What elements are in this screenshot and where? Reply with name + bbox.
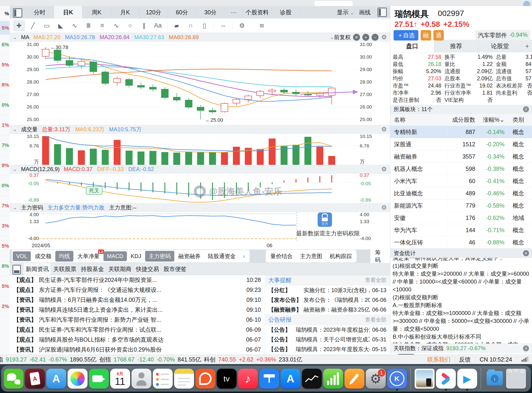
dock-app-stocks[interactable] <box>302 367 322 391</box>
dock-app-app-store-alt[interactable]: A <box>46 367 66 391</box>
board-row-融资融券[interactable]: 融资融券3557-0.34%概念 <box>390 150 532 163</box>
board-row-机器人概念[interactable]: 机器人概念598-0.38%概念 <box>390 163 532 175</box>
dock-app-media-app[interactable] <box>436 367 456 391</box>
tab-60分[interactable]: 60分 <box>168 6 196 19</box>
indicator-button-成交额[interactable]: 成交额 <box>31 251 55 261</box>
indicator-button-主力密码[interactable]: 主力密码 <box>145 251 174 261</box>
news-item[interactable]: 【资讯】沪深股通|瑞鹄模具6月6日获外资卖出0.29%股份06-07 <box>10 345 265 354</box>
close-icon[interactable]: ✕ <box>523 250 529 256</box>
indicator-button-VOL[interactable]: VOL <box>13 251 31 261</box>
news-tab-关联股票[interactable]: 关联股票 <box>51 263 79 275</box>
events-view-all[interactable]: 查看全部 <box>365 277 386 284</box>
news-item[interactable]: 【观点】瑞鹄模具股价与BOLL指标：多空市场的直观表达06-07 <box>10 335 265 345</box>
dock-app-reminders[interactable] <box>153 367 173 391</box>
news-item[interactable]: 【资讯】瑞鹄模具连续5日遭北上资金净卖出，累计卖出...09:10 <box>10 305 265 315</box>
dock-app-apple-tv[interactable]: tv <box>217 367 236 391</box>
dock-app-kline-app[interactable]: K <box>387 367 407 391</box>
panel-tab-论股堂[interactable]: 论股堂 <box>478 40 522 52</box>
board-row-一体化压铸[interactable]: 一体化压铸46-0.88%概念 <box>390 236 532 249</box>
fuquan-selector[interactable]: 前复权 <box>334 34 351 41</box>
dock-app-tencent-video[interactable]: ▶ <box>457 367 477 391</box>
dock-app-facetime[interactable] <box>89 367 109 391</box>
dock-app-pages[interactable] <box>344 367 365 391</box>
tool-button-量价结合[interactable]: 量价结合 <box>267 251 296 261</box>
text-tool-icon[interactable]: Aa <box>152 20 164 31</box>
expand-tool-icon[interactable]: ⇔ <box>217 20 229 31</box>
dock-app-weibo[interactable] <box>195 367 215 391</box>
news-tab-关联期商[interactable]: 关联期商 <box>106 263 134 275</box>
collapse-panel-icon[interactable] <box>13 265 21 275</box>
info-icon[interactable]: i <box>523 345 529 351</box>
news-tab-快捷交易[interactable]: 快捷交易 <box>134 263 161 275</box>
board-row-新能源汽车[interactable]: 新能源汽车779-0.58%概念 <box>390 200 532 212</box>
report-item[interactable]: 【公告】瑞鹄模具：2023年年度权益分派实施公告06-06 <box>265 325 390 335</box>
indicator-button-大单净量[interactable]: 大单净量L2 <box>74 251 103 261</box>
tool-button-主力意图[interactable]: 主力意图 <box>296 251 326 261</box>
add-watchlist-button[interactable]: ＋自选 <box>394 30 418 40</box>
col-pct[interactable]: 涨幅%⌄ <box>479 116 507 124</box>
info-icon[interactable]: i <box>523 106 529 112</box>
indicator-button-›[interactable]: › <box>240 251 248 261</box>
wave-tool-icon[interactable]: ∿ <box>110 20 122 31</box>
tab-周K[interactable]: 周K <box>82 6 111 19</box>
indicator-button-MACD[interactable]: MACD <box>103 251 127 261</box>
compare-icon[interactable]: ≡ <box>353 34 360 41</box>
dock-app-music[interactable]: ♪ <box>238 367 258 391</box>
zhuli-lock-icon[interactable]: 主力 <box>318 212 332 227</box>
industry-chip[interactable]: 汽车零部件-0.94% <box>475 30 530 40</box>
dock-app-trash[interactable] <box>506 367 526 391</box>
board-row-安徽[interactable]: 安徽176-0.62%地域 <box>390 212 532 224</box>
connect-badge[interactable]: 通 <box>433 30 444 40</box>
tab-日K[interactable]: 日K <box>54 6 82 19</box>
fan-lines-tool-icon[interactable]: ◣ <box>55 20 67 31</box>
eraser-tool-icon[interactable]: ▰ <box>171 20 183 31</box>
tab-月K[interactable]: 月K <box>111 6 139 19</box>
dock-app-contacts[interactable] <box>131 367 151 391</box>
tab-个股资料[interactable]: 个股资料 <box>243 6 271 19</box>
magnet-tool-icon[interactable]: ∩ <box>184 20 197 31</box>
gear-icon[interactable]: ⚙ <box>381 126 387 133</box>
dock-app-keynote[interactable] <box>259 367 279 391</box>
dock-app-card-game[interactable]: A <box>25 367 45 391</box>
panel-tab-推荐[interactable]: 推荐 <box>434 40 478 52</box>
report-item[interactable]: 【公告】瑞鹄模具：2023年年度股东大会决议公告05-15 <box>265 344 390 354</box>
reports-view-all[interactable]: 查看全部 <box>365 316 386 323</box>
dock-app-photos[interactable] <box>67 367 88 391</box>
event-item[interactable]: 【分红】实施分红：10派3元(含税)，股权登记日为...06-13 <box>265 285 390 295</box>
panel-tab-盘口[interactable]: 盘口 <box>390 40 434 52</box>
add-tab-button[interactable]: ＋ <box>522 40 532 52</box>
tab-分时[interactable]: 分时 <box>25 6 54 19</box>
move-tool-icon[interactable]: ✚ <box>13 20 25 31</box>
dock-app-system-settings[interactable]: ⚙1 <box>365 367 386 391</box>
board-row-华为汽车[interactable]: 华为汽车144-0.71%概念 <box>390 224 532 236</box>
vertical-lines-tool-icon[interactable]: Ⅲ <box>82 20 94 31</box>
news-item[interactable]: 【观点】民生证券-汽车和汽车零部件行业周报：试点联...06-09 <box>10 325 265 335</box>
dock-app-app-store[interactable]: A <box>280 367 300 391</box>
drawline-button[interactable]: 画线 <box>359 9 371 16</box>
trend-line-tool-icon[interactable]: ╱ <box>27 20 39 31</box>
board-row-专精特新[interactable]: 专精特新887-0.14%概念 <box>390 126 532 138</box>
segment-tool-icon[interactable]: ∿ <box>69 20 81 31</box>
indicator-button-KDJ[interactable]: KDJ <box>127 251 145 261</box>
gann-tool-icon[interactable]: ≡ <box>96 20 108 31</box>
col-name[interactable]: 名称 <box>390 116 448 124</box>
display-menu[interactable]: 显示 ⌄ <box>337 9 354 16</box>
zoom-out-icon[interactable]: － <box>372 34 379 41</box>
collapse-icon[interactable]: ⌄ <box>13 205 17 210</box>
rect-tool-icon[interactable]: ▭ <box>41 20 53 31</box>
tab-···[interactable]: ··· <box>225 6 243 19</box>
col-count[interactable]: 成分股数 <box>448 116 479 124</box>
chart-settings-tool-icon[interactable]: ⚙ <box>236 20 248 31</box>
indicator-button-融资融券[interactable]: 融资融券 <box>175 251 204 261</box>
dock-app-calendar[interactable]: 6月11 <box>110 367 130 391</box>
board-row-比亚迪概念[interactable]: 比亚迪概念489-0.46%概念 <box>390 187 532 200</box>
board-row-深股通[interactable]: 深股通1512-0.20%概念 <box>390 138 532 150</box>
collapse-icon[interactable]: ⌄ <box>13 127 17 132</box>
gear-icon[interactable]: ⚙ <box>381 34 387 41</box>
contact-us-link[interactable]: 联系我们 <box>423 356 455 363</box>
dock-app-downloads-folder[interactable]: ↓ <box>485 367 505 391</box>
gear-icon[interactable]: ⚙ <box>381 166 387 173</box>
col-type[interactable]: 类别 <box>507 116 532 124</box>
feedback-link[interactable]: 反馈 <box>455 356 475 363</box>
dock-app-notes[interactable] <box>174 367 194 391</box>
